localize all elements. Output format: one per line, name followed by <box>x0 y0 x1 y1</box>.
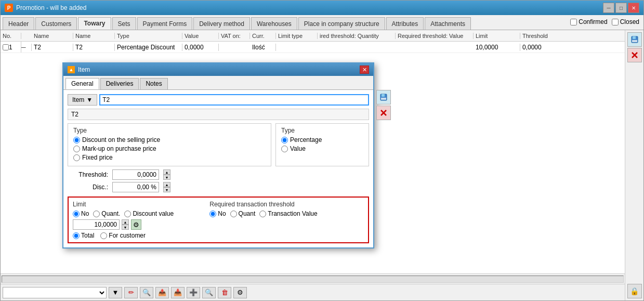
status-btn-dropdown[interactable]: ▼ <box>109 287 122 298</box>
status-btn-delete[interactable]: 🗑 <box>218 287 231 298</box>
minimize-button[interactable]: ─ <box>603 3 614 13</box>
req-transaction-radio[interactable] <box>259 211 266 217</box>
status-btn-settings[interactable]: ⚙ <box>233 287 247 298</box>
title-bar: P Promotion - will be added ─ □ ✕ <box>1 1 643 15</box>
title-controls: ─ □ ✕ <box>603 3 639 13</box>
item-input-field[interactable] <box>99 94 369 106</box>
threshold-row: Threshold: ▲ ▼ <box>72 169 369 180</box>
horizontal-scrollbar[interactable] <box>1 273 625 284</box>
type-sections: Type Discount on the selling price Mark-… <box>68 123 369 166</box>
limit-no-label[interactable]: No <box>73 210 89 217</box>
status-btn-find[interactable]: 🔍 <box>202 287 216 298</box>
radio-percentage: Percentage <box>281 136 363 143</box>
limit-quant-label[interactable]: Quant. <box>93 210 120 217</box>
confirmed-checkbox-label[interactable]: Confirmed <box>570 18 607 25</box>
status-btn-search[interactable]: 🔍 <box>140 287 153 298</box>
item-dialog: ▲ Item ✕ General Deliveries Notes Item <box>62 62 374 248</box>
radio-markup-purchase-input[interactable] <box>73 146 80 152</box>
disc-row: Disc.: ▲ ▼ <box>72 182 369 192</box>
tab-attributes[interactable]: Attributes <box>386 17 424 30</box>
tab-place-company-structure[interactable]: Place in company structure <box>298 17 385 30</box>
tab-warehouses[interactable]: Warehouses <box>251 17 297 30</box>
tab-customers[interactable]: Customers <box>35 17 77 30</box>
type-title-right: Type <box>281 127 363 134</box>
modal-save-button[interactable] <box>376 90 391 104</box>
lock-button[interactable]: 🔒 <box>627 284 642 298</box>
req-transaction-label[interactable]: Transaction Value <box>259 210 317 217</box>
limit-spin-down[interactable]: ▼ <box>122 225 129 230</box>
close-button[interactable]: ✕ <box>628 3 639 13</box>
modal-icon: ▲ <box>68 66 75 73</box>
disc-spin-up[interactable]: ▲ <box>163 182 170 187</box>
item-type-button[interactable]: Item ▼ <box>68 94 97 106</box>
modal-delete-button[interactable] <box>376 106 391 120</box>
confirmed-checkbox[interactable] <box>570 19 577 25</box>
closed-checkbox[interactable] <box>612 19 619 25</box>
radio-discount-selling-input[interactable] <box>73 137 80 143</box>
radio-fixed-price: Fixed price <box>73 154 266 161</box>
limit-value-input[interactable] <box>73 219 120 230</box>
threshold-spin-down[interactable]: ▼ <box>163 175 170 180</box>
tab-payment-forms[interactable]: Payment Forms <box>137 17 193 30</box>
threshold-spin-up[interactable]: ▲ <box>163 169 170 175</box>
type-title-left: Type <box>73 127 266 134</box>
status-btn-up[interactable]: 📤 <box>155 287 169 298</box>
cell-curr: Ilość <box>250 44 276 51</box>
modal-tab-general[interactable]: General <box>65 78 99 89</box>
svg-rect-6 <box>382 94 385 97</box>
scrollbar-track[interactable] <box>2 276 624 283</box>
modal-tab-deliveries[interactable]: Deliveries <box>100 78 139 89</box>
radio-fixed-price-input[interactable] <box>73 154 80 161</box>
closed-checkbox-label[interactable]: Closed <box>612 18 639 25</box>
radio-value-input[interactable] <box>281 146 288 152</box>
limit-quant-radio[interactable] <box>93 211 100 217</box>
item-name-display: T2 <box>68 109 369 120</box>
app-icon: P <box>5 4 13 12</box>
modal-close-button[interactable]: ✕ <box>360 66 369 74</box>
limit-no-radio[interactable] <box>73 211 80 217</box>
limit-discount-label[interactable]: Discount value <box>124 210 174 217</box>
total-radio-label[interactable]: Total <box>73 232 94 239</box>
cell-value: 0,0000 <box>182 44 219 51</box>
status-btn-edit[interactable]: ✏ <box>124 287 138 298</box>
radio-percentage-input[interactable] <box>281 137 288 143</box>
status-btn-add[interactable]: ➕ <box>187 287 200 298</box>
modal-tab-notes[interactable]: Notes <box>140 78 167 89</box>
req-quant-radio[interactable] <box>230 211 237 217</box>
limit-value-row: ▲ ▼ ⚙ <box>73 219 201 230</box>
col-header-no: No. <box>1 33 21 39</box>
limit-spin-up[interactable]: ▲ <box>122 219 129 225</box>
total-radio[interactable] <box>73 232 80 239</box>
status-dropdown[interactable] <box>3 287 107 298</box>
modal-titlebar: ▲ Item ✕ <box>63 63 373 76</box>
status-btn-down[interactable]: 📥 <box>171 287 185 298</box>
tab-towary[interactable]: Towary <box>78 17 111 30</box>
limit-discount-radio[interactable] <box>124 211 131 217</box>
right-toolbar: 🔒 <box>625 30 643 300</box>
save-button[interactable] <box>627 32 642 47</box>
gear-button[interactable]: ⚙ <box>131 219 141 230</box>
tab-header[interactable]: Header <box>3 17 34 30</box>
disc-spin-down[interactable]: ▼ <box>163 187 170 192</box>
customer-radio-label[interactable]: For customer <box>100 232 146 239</box>
maximize-button[interactable]: □ <box>615 3 627 13</box>
delete-button[interactable] <box>627 48 642 62</box>
row-checkbox[interactable] <box>3 44 9 50</box>
req-no-label[interactable]: No <box>209 210 226 217</box>
cell-name1: T2 <box>32 44 73 51</box>
svg-rect-7 <box>381 98 386 100</box>
req-quant-label[interactable]: Quant <box>230 210 256 217</box>
tab-attachments[interactable]: Attachments <box>425 17 471 30</box>
req-no-radio[interactable] <box>209 211 216 217</box>
main-window: P Promotion - will be added ─ □ ✕ Header… <box>0 0 644 301</box>
threshold-input[interactable] <box>112 169 159 180</box>
tab-delivery-method[interactable]: Delivery method <box>193 17 250 30</box>
modal-tabs: General Deliveries Notes <box>63 76 373 90</box>
col-header-req-qty: ired threshold: Quantity <box>318 33 396 39</box>
disc-input[interactable] <box>112 182 159 192</box>
tab-sets[interactable]: Sets <box>112 17 136 30</box>
customer-radio[interactable] <box>100 232 107 239</box>
table-row[interactable]: 1 ─ T2 T2 Percentage Discount 0,0000 Ilo… <box>1 42 625 53</box>
radio-value: Value <box>281 145 363 152</box>
threshold-spinner: ▲ ▼ <box>163 169 170 180</box>
